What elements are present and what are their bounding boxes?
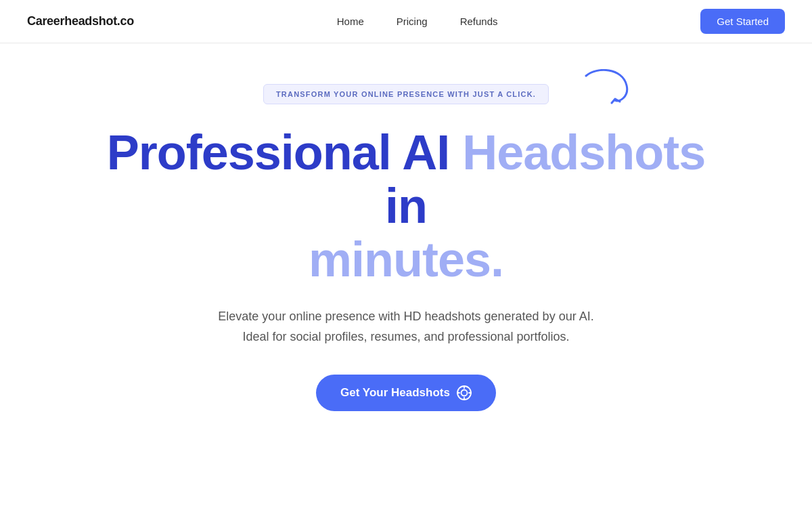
nav-link-home[interactable]: Home	[337, 16, 364, 27]
hero-title-part1: Professional AI	[107, 125, 462, 179]
hero-title-headshots: Headshots	[462, 125, 705, 179]
navbar-links: Home Pricing Refunds	[337, 16, 498, 28]
hero-subtitle-line2: Ideal for social profiles, resumes, and …	[242, 330, 569, 343]
arrow-decoration-icon	[583, 69, 629, 104]
navbar-logo: Careerheadshot.co	[27, 14, 134, 28]
hero-title-in: in	[385, 179, 427, 233]
hero-subtitle: Elevate your online presence with HD hea…	[218, 306, 593, 347]
get-headshots-label: Get Your Headshots	[340, 386, 450, 400]
hero-subtitle-line1: Elevate your online presence with HD hea…	[218, 310, 593, 323]
get-started-button[interactable]: Get Started	[700, 9, 785, 34]
svg-point-1	[461, 389, 467, 396]
hero-title-minutes: minutes.	[309, 232, 503, 287]
get-headshots-button[interactable]: Get Your Headshots	[316, 375, 496, 411]
hero-section: TRANSFORM YOUR ONLINE PRESENCE WITH JUST…	[0, 43, 812, 452]
camera-icon	[457, 385, 472, 400]
hero-title: Professional AI Headshots in minutes.	[81, 126, 731, 287]
nav-link-refunds[interactable]: Refunds	[460, 16, 498, 27]
tagline-badge: TRANSFORM YOUR ONLINE PRESENCE WITH JUST…	[263, 84, 549, 104]
nav-link-pricing[interactable]: Pricing	[397, 16, 428, 27]
navbar: Careerheadshot.co Home Pricing Refunds G…	[0, 0, 812, 43]
